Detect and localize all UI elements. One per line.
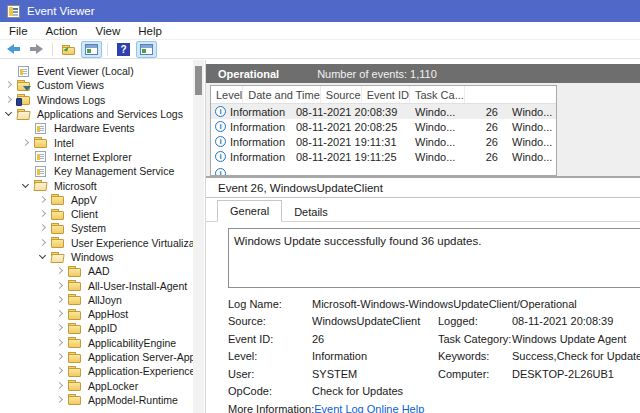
back-button[interactable] (3, 41, 24, 58)
tree-item[interactable]: AppLocker (0, 379, 193, 393)
tab[interactable]: General (217, 200, 282, 222)
forward-button[interactable] (26, 41, 47, 58)
datetime-cell: 08-11-2021 19:11:31 (291, 136, 410, 148)
tree-item[interactable]: ApplicabilityEngine (0, 336, 193, 350)
field-label: Logged: (438, 315, 512, 327)
tab[interactable]: Details (282, 202, 340, 221)
tree-scrollbar[interactable] (193, 60, 204, 413)
tree-item[interactable]: All-User-Install-Agent (0, 278, 193, 292)
tree-item-label: AppModel-Runtime (88, 394, 178, 406)
column-header[interactable]: Task Ca... (410, 86, 465, 103)
action-pane-toggle-button[interactable] (136, 41, 157, 58)
tree-expander-icon[interactable] (37, 237, 50, 249)
tree-item[interactable]: AppModel-Runtime (0, 393, 193, 407)
menu-item[interactable]: File (0, 25, 37, 37)
event-log-online-help-link[interactable]: Event Log Online Help (314, 403, 424, 413)
table-row[interactable]: Information 08-11-2021 20:08:25 Windo...… (211, 119, 556, 134)
field-row: User: SYSTEM Computer: DESKTOP-2L26UB1 (228, 365, 640, 383)
tree-item[interactable]: Hardware Events (0, 121, 193, 135)
tree-expander-icon[interactable] (54, 280, 67, 292)
tree-item[interactable]: Microsoft (0, 178, 193, 192)
tree-item-label: Intel (54, 137, 74, 149)
tree-item-icon (50, 222, 66, 235)
tree-expander-icon[interactable] (54, 365, 67, 377)
tree-item[interactable]: Application-Experience (0, 364, 193, 378)
table-row[interactable]: Information 08-11-2021 19:11:31 Windo...… (211, 134, 556, 149)
tree-item[interactable]: AppHost (0, 307, 193, 321)
tree-expander-icon[interactable] (54, 380, 67, 392)
tree-item-label: Internet Explorer (54, 151, 132, 163)
console-tree-toggle-button[interactable] (81, 41, 102, 58)
help-icon (117, 43, 130, 56)
tree-expander-icon[interactable] (54, 394, 67, 406)
tree-expander-icon[interactable] (3, 79, 16, 91)
tree-expander-icon[interactable] (37, 194, 50, 206)
tree-expander-icon[interactable] (54, 265, 67, 277)
tree-item[interactable]: AllJoyn (0, 293, 193, 307)
tree-expander-icon[interactable] (37, 208, 50, 220)
tree-item[interactable]: AAD (0, 264, 193, 278)
level-cell: Information (230, 106, 285, 118)
table-row-partial[interactable] (211, 164, 556, 176)
tree-expander-icon[interactable] (54, 351, 67, 363)
tree-item[interactable]: Application Server-Applica (0, 350, 193, 364)
tree-expander-icon[interactable] (20, 151, 33, 163)
tree-expander-icon[interactable] (20, 180, 33, 192)
tree-item[interactable]: System (0, 221, 193, 235)
tree-item[interactable]: Key Management Service (0, 164, 193, 178)
task-category-cell: Windo... (504, 106, 556, 118)
column-header[interactable]: Date and Time (243, 86, 321, 103)
tree-expander-icon[interactable] (54, 294, 67, 306)
tree-item[interactable]: User Experience Virtualization (0, 236, 193, 250)
column-header[interactable]: Source (321, 86, 362, 103)
table-row[interactable]: Information 08-11-2021 19:11:25 Windo...… (211, 149, 556, 164)
column-header[interactable]: Event ID (362, 86, 410, 103)
field-label: Source: (228, 315, 312, 327)
tree-expander-icon[interactable] (20, 165, 33, 177)
tree-item-label: Microsoft (54, 180, 97, 192)
menu-item[interactable]: Action (37, 25, 87, 37)
tree-item[interactable]: Internet Explorer (0, 150, 193, 164)
tree-item[interactable]: Client (0, 207, 193, 221)
field-label: User: (228, 368, 312, 380)
column-header[interactable]: Level (211, 86, 243, 103)
menu-item[interactable]: Help (129, 25, 171, 37)
event-details-pane: Event 26, WindowsUpdateClient General De… (206, 178, 640, 413)
console-tree-panel: Event Viewer (Local) Custom Views Window… (0, 60, 206, 413)
tree-item-icon (67, 279, 83, 292)
tree-expander-icon[interactable] (54, 308, 67, 320)
tree-item[interactable]: AppV (0, 193, 193, 207)
tree-item[interactable]: Windows Logs (0, 93, 193, 107)
tree-expander-icon[interactable] (54, 337, 67, 349)
details-tab-bar: General Details (206, 198, 640, 222)
tree-expander-icon[interactable] (37, 222, 50, 234)
tree-item-label: Windows Logs (37, 94, 105, 106)
tree-expander-icon[interactable] (20, 122, 33, 134)
event-viewer-window: Event Viewer File Action View Help (0, 0, 640, 413)
datetime-cell: 08-11-2021 20:08:39 (291, 106, 410, 118)
tree-item[interactable]: Windows (0, 250, 193, 264)
tree-item[interactable]: Event Viewer (Local) (0, 64, 193, 78)
tree-expander-icon[interactable] (37, 251, 50, 263)
tree-item[interactable]: AppID (0, 321, 193, 335)
tree-item-icon (50, 208, 66, 221)
menu-item[interactable]: View (87, 25, 130, 37)
tree-item-label: User Experience Virtualization (71, 237, 193, 249)
tree-expander-icon[interactable] (3, 65, 16, 77)
folder-up-button[interactable] (58, 41, 79, 58)
table-row[interactable]: Information 08-11-2021 20:08:39 Windo...… (211, 104, 556, 119)
tree-expander-icon[interactable] (3, 108, 16, 120)
tree-item-label: Applications and Services Logs (37, 108, 183, 120)
tree-expander-icon[interactable] (54, 322, 67, 334)
tree-expander-icon[interactable] (3, 94, 16, 106)
tree-item[interactable]: Custom Views (0, 78, 193, 92)
event-id-cell: 26 (460, 151, 504, 163)
tree-expander-icon[interactable] (20, 137, 33, 149)
tree-item[interactable]: Intel (0, 135, 193, 149)
tree-item[interactable]: Applications and Services Logs (0, 107, 193, 121)
information-level-icon (215, 151, 226, 162)
help-button[interactable] (113, 41, 134, 58)
event-description-box[interactable]: Windows Update successfully found 36 upd… (228, 228, 640, 288)
tree-item-label: AppV (71, 194, 97, 206)
tree-scrollbar-thumb[interactable] (195, 66, 202, 95)
